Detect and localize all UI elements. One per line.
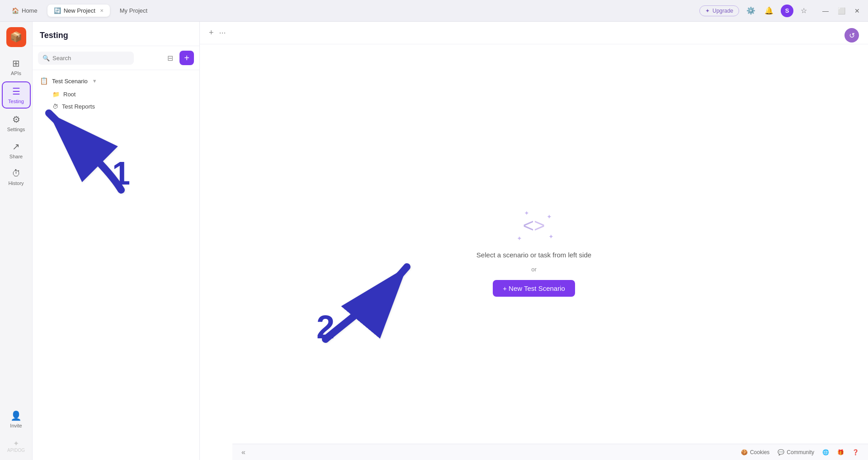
tree-item-test-scenario[interactable]: 📋 Test Scenario ▼	[33, 74, 199, 88]
community-link[interactable]: 💬 Community	[778, 449, 814, 455]
sparkle-icon-1: ✦	[524, 209, 529, 217]
collapse-panel-button[interactable]: «	[241, 448, 245, 456]
share-label: Share	[9, 154, 23, 159]
sparkle-icon-3: ✦	[548, 233, 554, 240]
bottom-bar: « 🍪 Cookies 💬 Community 🌐 🎁 ❓	[232, 444, 868, 460]
community-icon: 💬	[778, 449, 784, 455]
invite-icon: 👤	[10, 410, 22, 421]
search-icon: 🔍	[42, 55, 50, 62]
tree-item-test-reports[interactable]: ⏱ Test Reports	[47, 100, 199, 113]
sparkle-icon-4: ✦	[517, 235, 522, 242]
maximize-button[interactable]: ⬜	[835, 6, 848, 15]
apidog-logo: ✦ APIDOG	[7, 439, 25, 453]
empty-state-or: or	[531, 266, 537, 273]
user-avatar[interactable]: S	[781, 5, 793, 17]
chevron-down-icon: ▼	[92, 78, 97, 84]
test-reports-label: Test Reports	[62, 103, 95, 110]
icon-sidebar: 📦 ⊞ APIs ☰ Testing ⚙ Settings ↗ Share ⏱ …	[0, 22, 33, 460]
help-icon: 🌐	[822, 449, 829, 455]
tree-sub: 📁 Root ⏱ Test Reports	[33, 88, 199, 113]
history-icon: ⏱	[12, 168, 21, 179]
settings-icon-btn[interactable]: ⚙️	[745, 5, 757, 17]
panel-toolbar: 🔍 ⊟ +	[33, 46, 199, 70]
tab-new-project-label: New Project	[64, 7, 95, 14]
settings-icon: ⚙	[12, 114, 20, 125]
tab-new-project[interactable]: 🔄 New Project ✕	[47, 5, 110, 17]
bookmark-icon-btn[interactable]: ☆	[799, 5, 809, 17]
window-controls: — ⬜ ✕	[820, 6, 863, 15]
title-bar: 🏠 Home 🔄 New Project ✕ My Project ✦ Upgr…	[0, 0, 868, 22]
panel-tree: 📋 Test Scenario ▼ 📁 Root ⏱ Test Reports	[33, 70, 199, 116]
refresh-icon[interactable]: ↺	[844, 28, 859, 43]
sidebar-item-history[interactable]: ⏱ History	[2, 165, 31, 190]
tab-close-icon[interactable]: ✕	[100, 8, 104, 13]
notifications-icon-btn[interactable]: 🔔	[763, 5, 775, 17]
root-label: Root	[63, 91, 75, 98]
panel-sidebar: Testing 🔍 ⊟ + 📋 Test Scenario ▼ 📁 Root	[33, 22, 200, 460]
project-icon: 🔄	[54, 7, 61, 14]
avatar-initial: S	[785, 7, 789, 14]
upgrade-button[interactable]: ✦ Upgrade	[699, 5, 739, 16]
history-label: History	[8, 180, 24, 186]
tab-my-project[interactable]: My Project	[113, 5, 154, 17]
sidebar-item-testing[interactable]: ☰ Testing	[2, 81, 31, 109]
community-label: Community	[787, 449, 814, 455]
tree-item-root[interactable]: 📁 Root	[47, 88, 199, 100]
app-logo: 📦	[6, 27, 26, 47]
panel-title: Testing	[33, 22, 199, 46]
cookies-link[interactable]: 🍪 Cookies	[741, 449, 769, 455]
sidebar-item-share[interactable]: ↗ Share	[2, 138, 31, 163]
code-icon-decoration: ✦ ✦ ✦ ✦ < >	[511, 208, 557, 244]
close-button[interactable]: ✕	[852, 6, 863, 15]
help-link[interactable]: 🌐	[822, 449, 829, 455]
filter-button[interactable]: ⊟	[165, 52, 176, 64]
cookies-icon: 🍪	[741, 449, 748, 455]
settings-label: Settings	[7, 127, 25, 132]
apidog-text: APIDOG	[7, 448, 25, 453]
sync-icon: ↺	[849, 31, 855, 40]
sidebar-item-apis[interactable]: ⊞ APIs	[2, 54, 31, 80]
angle-left-icon: <	[523, 215, 534, 237]
question-icon: ❓	[852, 449, 859, 455]
upgrade-star-icon: ✦	[705, 8, 710, 14]
invite-label: Invite	[10, 423, 22, 428]
search-wrap: 🔍	[38, 52, 161, 65]
testing-icon: ☰	[12, 86, 20, 97]
search-input[interactable]	[38, 52, 134, 65]
share-icon: ↗	[12, 141, 20, 152]
tab-home-label: Home	[22, 7, 38, 14]
empty-state-text: Select a scenario or task from left side	[476, 251, 591, 259]
add-tool-button[interactable]: +	[209, 28, 214, 38]
test-scenario-icon: 📋	[40, 77, 48, 85]
minimize-button[interactable]: —	[820, 6, 831, 15]
folder-icon: 📁	[52, 91, 60, 98]
tab-my-project-label: My Project	[120, 7, 147, 14]
gift-icon: 🎁	[837, 449, 844, 455]
upgrade-label: Upgrade	[712, 8, 733, 14]
question-link[interactable]: ❓	[852, 449, 859, 455]
testing-label: Testing	[8, 99, 24, 104]
title-bar-right: ✦ Upgrade ⚙️ 🔔 S ☆ — ⬜ ✕	[699, 5, 863, 17]
new-test-scenario-button[interactable]: + New Test Scenario	[493, 280, 575, 297]
main-content: ↺ + ··· ✦ ✦ ✦ ✦ < > Select a scenario or…	[200, 22, 868, 460]
sidebar-item-invite[interactable]: 👤 Invite	[2, 407, 31, 432]
apis-icon: ⊞	[12, 58, 20, 69]
main-layout: 📦 ⊞ APIs ☰ Testing ⚙ Settings ↗ Share ⏱ …	[0, 22, 868, 460]
sparkle-icon-2: ✦	[547, 213, 552, 220]
more-tool-button[interactable]: ···	[219, 28, 226, 38]
sidebar-item-settings[interactable]: ⚙ Settings	[2, 110, 31, 136]
apis-label: APIs	[11, 71, 21, 76]
test-scenario-label: Test Scenario	[52, 78, 88, 85]
reports-icon: ⏱	[52, 103, 58, 110]
code-brackets: < >	[523, 215, 545, 237]
cookies-label: Cookies	[750, 449, 769, 455]
gift-link[interactable]: 🎁	[837, 449, 844, 455]
empty-state: ✦ ✦ ✦ ✦ < > Select a scenario or task fr…	[200, 44, 868, 460]
angle-right-icon: >	[534, 215, 545, 237]
content-toolbar: + ···	[200, 22, 868, 44]
add-button[interactable]: +	[179, 51, 194, 65]
tab-home[interactable]: 🏠 Home	[5, 5, 44, 17]
new-scenario-label: + New Test Scenario	[503, 285, 565, 292]
home-icon: 🏠	[12, 7, 19, 14]
